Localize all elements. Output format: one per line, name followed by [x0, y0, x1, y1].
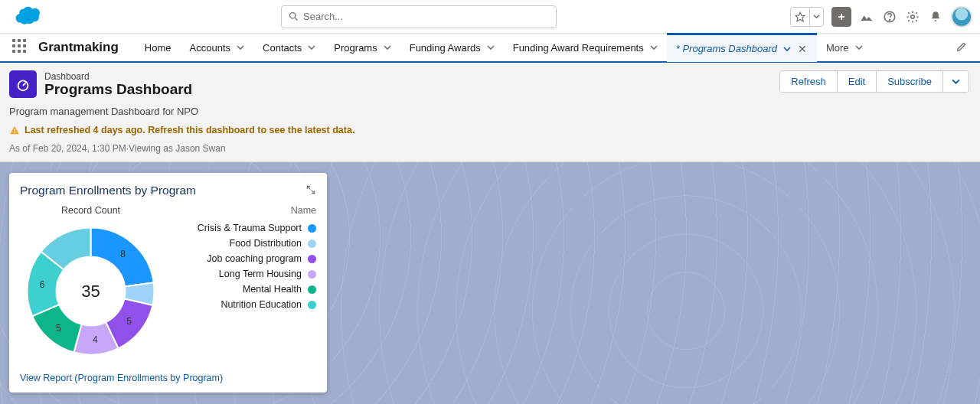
legend-item[interactable]: Crisis & Trauma Support — [175, 220, 316, 236]
nav-tab-label: Accounts — [190, 42, 230, 54]
legend-item[interactable]: Nutrition Education — [175, 297, 316, 312]
setup-gear-icon[interactable] — [905, 9, 920, 24]
legend-item[interactable]: Mental Health — [175, 282, 316, 297]
svg-point-0 — [290, 12, 296, 18]
global-search — [281, 5, 557, 28]
chevron-down-icon[interactable] — [487, 44, 495, 51]
chart-card: Program Enrollments by Program Record Co… — [9, 173, 327, 393]
refresh-button[interactable]: Refresh — [780, 71, 837, 92]
legend-swatch — [308, 270, 316, 279]
nav-tab-label: Funding Award Requirements — [513, 42, 644, 54]
warning-text: Last refreshed 4 days ago. Refresh this … — [24, 125, 354, 135]
svg-marker-2 — [795, 12, 805, 21]
nav-tab-accounts[interactable]: Accounts — [181, 33, 253, 62]
refresh-warning: Last refreshed 4 days ago. Refresh this … — [9, 125, 354, 135]
nav-tab-home[interactable]: Home — [136, 33, 181, 62]
slice-value-label: 5 — [126, 316, 132, 327]
app-name: Grantmaking — [38, 40, 119, 55]
svg-rect-9 — [14, 129, 15, 132]
salesforce-logo — [8, 4, 47, 29]
close-tab-icon[interactable]: ✕ — [797, 44, 808, 54]
legend-swatch — [308, 285, 316, 294]
nav-more[interactable]: More — [817, 33, 872, 62]
legend-label: Nutrition Education — [220, 299, 302, 310]
help-icon[interactable] — [882, 9, 897, 24]
edit-button[interactable]: Edit — [837, 71, 876, 92]
search-icon — [288, 11, 299, 22]
search-input[interactable] — [281, 5, 557, 28]
chevron-down-icon[interactable] — [783, 45, 791, 53]
dashboard-canvas: Program Enrollments by Program Record Co… — [0, 162, 980, 404]
legend-label: Job coaching program — [207, 253, 302, 264]
dashboard-object-icon — [9, 70, 37, 98]
svg-rect-10 — [14, 132, 15, 133]
slice-value-label: 6 — [40, 279, 45, 290]
app-nav-bar: Grantmaking HomeAccountsContactsPrograms… — [0, 34, 980, 63]
subscribe-button[interactable]: Subscribe — [876, 71, 942, 92]
global-add-button[interactable] — [831, 7, 851, 27]
nav-tab-label: Contacts — [263, 42, 302, 54]
object-label: Dashboard — [44, 71, 192, 82]
app-launcher-icon[interactable] — [12, 39, 29, 56]
dashboard-header: Dashboard Programs Dashboard Program man… — [0, 63, 980, 162]
card-title: Program Enrollments by Program — [20, 184, 196, 197]
notifications-bell-icon[interactable] — [928, 9, 943, 24]
svg-point-7 — [911, 15, 915, 18]
legend-item[interactable]: Job coaching program — [175, 251, 316, 266]
nav-tab-programs[interactable]: Programs — [325, 33, 400, 62]
donut-total: 35 — [81, 282, 100, 301]
nav-tab-contacts[interactable]: Contacts — [253, 33, 325, 62]
asof-text: As of Feb 20, 2024, 1:30 PM·Viewing as J… — [9, 143, 354, 154]
svg-point-6 — [889, 19, 890, 20]
header-utility-icons — [790, 6, 972, 28]
more-label: More — [826, 42, 849, 54]
dashboard-subtitle: Program management Dashboard for NPO — [9, 106, 354, 117]
tab-programs-dashboard[interactable]: * Programs Dashboard ✕ — [667, 33, 817, 62]
record-count-label: Record Count — [61, 205, 120, 216]
trailhead-icon[interactable] — [859, 9, 874, 24]
tab-label: * Programs Dashboard — [676, 43, 777, 54]
slice-value-label: 8 — [120, 249, 126, 259]
svg-line-1 — [295, 18, 297, 20]
chevron-down-icon[interactable] — [237, 44, 244, 51]
header-actions: Refresh Edit Subscribe — [779, 70, 969, 154]
expand-icon[interactable] — [305, 184, 316, 197]
nav-tab-label: Programs — [334, 42, 377, 54]
legend-swatch — [308, 239, 316, 248]
warning-icon — [9, 125, 20, 135]
legend-label: Long Term Housing — [219, 269, 302, 279]
legend-swatch — [308, 224, 316, 233]
edit-nav-pencil-icon[interactable] — [951, 41, 972, 55]
chevron-down-icon[interactable] — [308, 44, 315, 51]
page-title: Programs Dashboard — [44, 82, 192, 98]
donut-chart: Record Count 35 85456 — [20, 205, 162, 362]
chart-legend: Name Crisis & Trauma SupportFood Distrib… — [175, 205, 316, 362]
chevron-down-icon — [855, 44, 863, 51]
slice-value-label: 5 — [56, 323, 61, 334]
user-avatar[interactable] — [951, 6, 972, 28]
legend-label: Mental Health — [243, 284, 302, 295]
chevron-down-icon[interactable] — [650, 44, 658, 51]
slice-value-label: 4 — [93, 334, 98, 345]
legend-header: Name — [175, 205, 316, 216]
nav-tab-funding-award-requirements[interactable]: Funding Award Requirements — [504, 33, 667, 62]
view-report-link[interactable]: View Report (Program Enrollments by Prog… — [20, 373, 316, 383]
legend-item[interactable]: Food Distribution — [175, 236, 316, 251]
nav-tab-label: Funding Awards — [410, 42, 481, 54]
chevron-down-icon[interactable] — [384, 44, 391, 51]
favorites-button[interactable] — [790, 7, 824, 27]
legend-label: Food Distribution — [230, 238, 302, 249]
legend-item[interactable]: Long Term Housing — [175, 266, 316, 282]
legend-label: Crisis & Trauma Support — [198, 223, 302, 233]
nav-tab-funding-awards[interactable]: Funding Awards — [400, 33, 504, 62]
nav-tab-label: Home — [145, 42, 172, 54]
more-actions-dropdown[interactable] — [942, 71, 969, 92]
legend-swatch — [308, 255, 316, 263]
global-header — [0, 0, 980, 34]
legend-swatch — [308, 301, 316, 309]
